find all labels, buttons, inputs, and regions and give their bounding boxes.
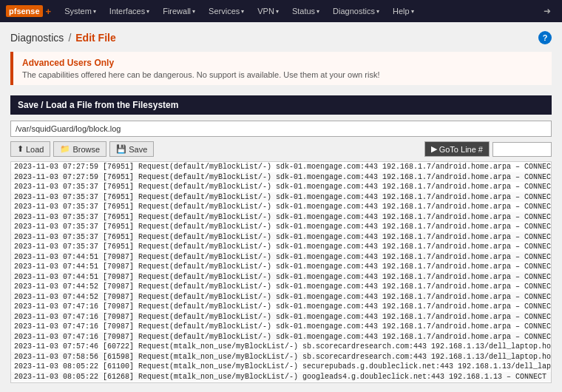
- nav-interfaces[interactable]: Interfaces ▾: [104, 4, 155, 18]
- save-button[interactable]: 💾 Save: [109, 141, 154, 157]
- nav-services-label: Services: [209, 7, 240, 16]
- save-icon: 💾: [116, 144, 126, 154]
- help-icon[interactable]: ?: [538, 31, 552, 44]
- log-line: 2023-11-03 08:05:22 [60506] Request(mtal…: [11, 382, 551, 383]
- log-line: 2023-11-03 07:35:37 [76951] Request(defa…: [11, 222, 551, 232]
- nav-vpn[interactable]: VPN ▾: [251, 4, 285, 18]
- breadcrumb: Diagnostics / Edit File ?: [10, 31, 552, 44]
- log-line: 2023-11-03 07:44:52 [70987] Request(defa…: [11, 292, 551, 303]
- log-line: 2023-11-03 07:57:46 [60722] Request(mtal…: [11, 342, 551, 352]
- nav-status-label: Status: [292, 7, 315, 16]
- log-line: 2023-11-03 07:35:37 [76951] Request(defa…: [11, 192, 551, 203]
- log-line: 2023-11-03 07:35:37 [76951] Request(defa…: [11, 242, 551, 252]
- brand-logo: pfsense: [6, 5, 43, 17]
- log-line: 2023-11-03 07:27:59 [76951] Request(defa…: [11, 162, 551, 172]
- log-container[interactable]: 2023-11-03 07:27:59 [76951] Request(defa…: [10, 161, 552, 383]
- log-line: 2023-11-03 07:47:16 [70987] Request(defa…: [11, 332, 551, 342]
- goto-row: ▶ GoTo Line #: [424, 141, 552, 157]
- section-header: Save / Load a File from the Filesystem: [10, 95, 552, 115]
- filepath-input[interactable]: [10, 121, 552, 137]
- filepath-row: [10, 121, 552, 137]
- nav-help[interactable]: Help ▾: [387, 4, 420, 18]
- warning-title: Advanced Users Only: [22, 58, 543, 68]
- browse-icon: 📁: [60, 144, 70, 154]
- nav-services-caret: ▾: [241, 8, 244, 15]
- log-line: 2023-11-03 07:44:51 [70987] Request(defa…: [11, 272, 551, 283]
- log-line: 2023-11-03 07:35:37 [76951] Request(defa…: [11, 232, 551, 243]
- log-line: 2023-11-03 07:44:52 [70987] Request(defa…: [11, 282, 551, 292]
- nav-services[interactable]: Services ▾: [203, 4, 250, 18]
- save-label: Save: [129, 145, 147, 154]
- nav-vpn-label: VPN: [257, 7, 274, 16]
- browse-label: Browse: [72, 145, 100, 154]
- nav-diagnostics-caret: ▾: [376, 8, 379, 15]
- log-line: 2023-11-03 08:05:22 [61268] Request(mtal…: [11, 372, 551, 382]
- nav-firewall-label: Firewall: [163, 7, 191, 16]
- nav-firewall-caret: ▾: [192, 8, 195, 15]
- log-line: 2023-11-03 07:47:16 [70987] Request(defa…: [11, 312, 551, 322]
- load-button[interactable]: ⬆ Load: [10, 141, 50, 157]
- log-line: 2023-11-03 07:27:59 [76951] Request(defa…: [11, 172, 551, 183]
- breadcrumb-separator: /: [68, 32, 71, 44]
- nav-right-icon[interactable]: ➜: [538, 2, 556, 20]
- goto-icon: ▶: [431, 144, 437, 154]
- nav-help-caret: ▾: [411, 8, 414, 15]
- breadcrumb-current: Edit File: [75, 32, 115, 44]
- nav-diagnostics[interactable]: Diagnostics ▾: [327, 4, 385, 18]
- nav-system-label: System: [64, 7, 92, 16]
- nav-firewall[interactable]: Firewall ▾: [157, 4, 201, 18]
- brand-plus: +: [46, 6, 52, 17]
- warning-text: The capabilities offered here can be dan…: [22, 70, 543, 79]
- goto-button[interactable]: ▶ GoTo Line #: [424, 141, 490, 157]
- log-line: 2023-11-03 07:47:16 [70987] Request(defa…: [11, 322, 551, 332]
- navbar: pfsense + System ▾ Interfaces ▾ Firewall…: [0, 0, 562, 22]
- nav-interfaces-label: Interfaces: [109, 7, 145, 16]
- browse-button[interactable]: 📁 Browse: [53, 141, 106, 157]
- log-line: 2023-11-03 07:35:37 [76951] Request(defa…: [11, 182, 551, 192]
- log-line: 2023-11-03 07:44:51 [70987] Request(defa…: [11, 252, 551, 263]
- nav-system-caret: ▾: [93, 8, 96, 15]
- nav-status[interactable]: Status ▾: [286, 4, 325, 18]
- breadcrumb-parent[interactable]: Diagnostics: [10, 32, 64, 44]
- nav-status-caret: ▾: [316, 8, 319, 15]
- nav-diagnostics-label: Diagnostics: [333, 7, 375, 16]
- log-line: 2023-11-03 07:47:16 [70987] Request(defa…: [11, 302, 551, 312]
- log-line: 2023-11-03 08:05:22 [61100] Request(mtal…: [11, 362, 551, 372]
- goto-label: GoTo Line #: [439, 145, 483, 154]
- nav-help-label: Help: [393, 7, 410, 16]
- nav-vpn-caret: ▾: [276, 8, 279, 15]
- nav-system[interactable]: System ▾: [58, 4, 102, 18]
- log-line: 2023-11-03 07:44:51 [70987] Request(defa…: [11, 262, 551, 272]
- log-line: 2023-11-03 07:35:37 [76951] Request(defa…: [11, 212, 551, 223]
- brand[interactable]: pfsense +: [6, 5, 51, 17]
- load-icon: ⬆: [17, 144, 24, 154]
- log-line: 2023-11-03 07:35:37 [76951] Request(defa…: [11, 202, 551, 212]
- log-line: 2023-11-03 07:58:56 [61598] Request(mtal…: [11, 352, 551, 362]
- warning-box: Advanced Users Only The capabilities off…: [10, 52, 552, 85]
- toolbar: ⬆ Load 📁 Browse 💾 Save ▶ GoTo Line #: [10, 141, 552, 157]
- page-content: Diagnostics / Edit File ? Advanced Users…: [0, 22, 562, 392]
- load-label: Load: [26, 145, 44, 154]
- nav-interfaces-caret: ▾: [146, 8, 149, 15]
- goto-input[interactable]: [492, 142, 552, 157]
